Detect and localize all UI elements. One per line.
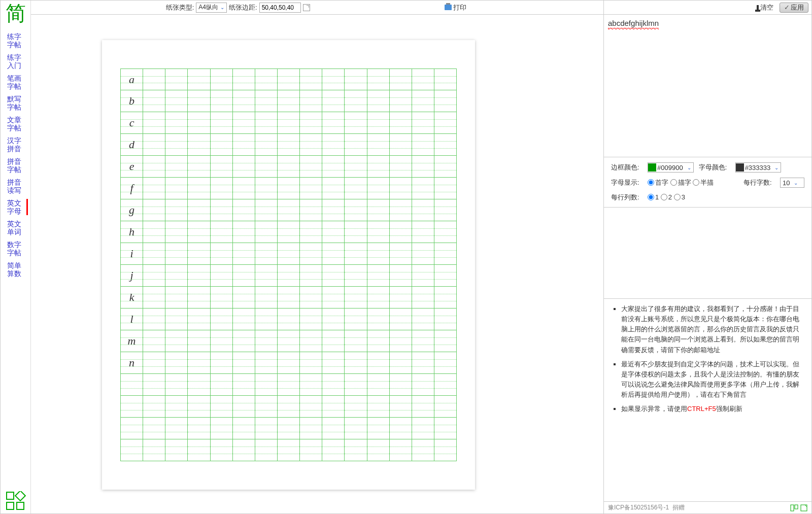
practice-cell [390, 352, 412, 374]
nav-item-8[interactable]: 英文字母 [4, 199, 28, 215]
note-item: 大家提出了很多有用的建议，我都看到了，十分感谢！由于目前没有上账号系统，所以意见… [621, 304, 803, 355]
feedback-icon[interactable] [790, 504, 798, 511]
canvas-area[interactable]: abcdefghijklmn [31, 15, 603, 513]
practice-letter: a [129, 73, 134, 86]
practice-letter: d [129, 138, 134, 151]
topbar: 纸张类型: A4纵向 ⌄ 纸张边距: 打印 [31, 1, 603, 15]
svg-rect-0 [7, 492, 14, 499]
practice-row: c [120, 112, 457, 134]
chevron-down-icon: ⌄ [794, 180, 798, 186]
practice-cell [165, 374, 188, 396]
practice-cell [255, 68, 278, 90]
practice-row [120, 396, 457, 418]
practice-cell: c [120, 112, 143, 134]
border-color-select[interactable]: #009900 ⌄ [648, 162, 694, 173]
practice-row: b [120, 90, 457, 112]
chars-per-row-select[interactable]: 10 ⌄ [780, 178, 804, 188]
nav-item-1[interactable]: 练字入门 [4, 53, 28, 70]
footer-icons[interactable] [790, 504, 807, 511]
practice-cell [345, 199, 367, 221]
practice-row: a [120, 68, 457, 90]
note-icon[interactable] [800, 504, 807, 511]
options-panel: 边框颜色: #009900 ⌄ 字母颜色: #333333 ⌄ 字母显示: 首字… [604, 157, 811, 207]
logo[interactable]: 简 [6, 4, 26, 24]
practice-cell [233, 68, 255, 90]
nav-item-2[interactable]: 笔画字帖 [4, 74, 28, 90]
practice-cell [211, 112, 233, 134]
practice-cell [345, 243, 367, 265]
practice-cell [278, 156, 300, 178]
practice-cell [143, 112, 165, 134]
practice-cell [390, 178, 412, 199]
nav-item-3[interactable]: 默写字帖 [4, 95, 28, 111]
practice-cell [233, 352, 255, 374]
practice-cell [434, 90, 457, 112]
practice-cell [255, 396, 278, 418]
letter-display-option[interactable]: 半描 [693, 178, 714, 187]
apply-button[interactable]: ✓ 应用 [780, 3, 808, 13]
practice-cell [255, 287, 278, 309]
practice-cell [345, 156, 367, 178]
practice-cell [211, 68, 233, 90]
practice-cell [278, 243, 300, 265]
nav-item-11[interactable]: 简单算数 [4, 261, 28, 278]
practice-cell [412, 396, 434, 418]
practice-cell [255, 352, 278, 374]
clear-button[interactable]: 清空 [755, 3, 775, 13]
practice-cell [300, 178, 322, 199]
practice-cell [412, 418, 434, 439]
nav-item-10[interactable]: 数字字帖 [4, 241, 28, 257]
expand-icon[interactable] [303, 4, 310, 11]
practice-cell [367, 90, 390, 112]
cols-option[interactable]: 2 [661, 193, 672, 201]
nav-item-6[interactable]: 拼音字帖 [4, 157, 28, 174]
shapes-tool-icon[interactable] [5, 491, 27, 510]
check-icon: ✓ [784, 4, 790, 11]
letter-display-option[interactable]: 描字 [670, 178, 691, 187]
practice-cell [345, 112, 367, 134]
practice-cell [188, 90, 210, 112]
icp-link[interactable]: 豫ICP备15025156号-1 [608, 503, 669, 512]
print-button[interactable]: 打印 [443, 3, 468, 13]
practice-cell [300, 134, 322, 156]
donate-link[interactable]: 捐赠 [672, 503, 685, 512]
letter-display-option[interactable]: 首字 [648, 178, 668, 187]
practice-cell [188, 265, 210, 287]
practice-cell [434, 265, 457, 287]
paper-type-select[interactable]: A4纵向 ⌄ [196, 3, 227, 13]
main-column: 纸张类型: A4纵向 ⌄ 纸张边距: 打印 abcdefghijklmn [31, 1, 603, 513]
paper-type-label: 纸张类型: [166, 3, 194, 12]
practice-cell [412, 330, 434, 352]
practice-cell: i [120, 243, 143, 265]
cols-option[interactable]: 3 [674, 193, 685, 201]
practice-cell [390, 156, 412, 178]
nav-item-9[interactable]: 英文单词 [4, 220, 28, 236]
letter-color-select[interactable]: #333333 ⌄ [735, 162, 782, 173]
letter-color-label: 字母颜色: [699, 163, 730, 172]
nav-item-5[interactable]: 汉字拼音 [4, 136, 28, 153]
practice-letter: m [128, 334, 136, 348]
practice-cell [322, 178, 345, 199]
practice-cell [434, 330, 457, 352]
practice-cell [233, 156, 255, 178]
text-input-area[interactable]: abcdefghijklmn [604, 15, 811, 157]
nav-item-7[interactable]: 拼音读写 [4, 178, 28, 194]
nav-item-4[interactable]: 文章字帖 [4, 116, 28, 132]
practice-cell [434, 309, 457, 330]
practice-cell [143, 374, 165, 396]
notes-panel[interactable]: 大家提出了很多有用的建议，我都看到了，十分感谢！由于目前没有上账号系统，所以意见… [604, 298, 811, 501]
cols-option[interactable]: 1 [648, 193, 659, 201]
practice-cell [300, 265, 322, 287]
practice-cell [120, 396, 143, 418]
practice-cell [211, 199, 233, 221]
practice-cell [322, 199, 345, 221]
practice-cell [211, 134, 233, 156]
paper-margin-input[interactable] [259, 3, 301, 13]
practice-cell [278, 178, 300, 199]
practice-cell: b [120, 90, 143, 112]
practice-cell [367, 243, 390, 265]
nav-item-0[interactable]: 练字字帖 [4, 32, 28, 49]
practice-cell: f [120, 178, 143, 199]
practice-cell [390, 396, 412, 418]
paper-type-value: A4纵向 [198, 3, 218, 12]
